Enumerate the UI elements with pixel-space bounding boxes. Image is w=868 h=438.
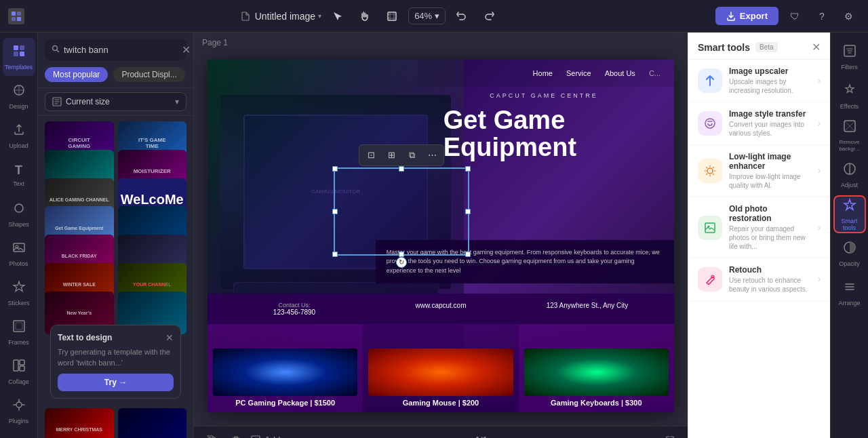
rt-item-adjust[interactable]: Adjust <box>833 156 866 194</box>
handle-bottom-right[interactable] <box>465 252 471 257</box>
canvas-nav: Home Service About Us C... <box>418 60 674 87</box>
undo-btn[interactable] <box>451 5 473 27</box>
sidebar-label-text: Text <box>13 180 24 187</box>
tool-move-btn[interactable] <box>327 5 349 27</box>
shield-btn[interactable]: 🛡 <box>784 5 806 27</box>
panel-title: Smart tools <box>698 42 750 53</box>
smart-tool-photo-restoration[interactable]: Old photo restoration Repair your damage… <box>688 197 830 258</box>
sidebar-item-upload[interactable]: Upload <box>3 117 35 155</box>
ttd-close-btn[interactable]: ✕ <box>165 332 174 343</box>
text-icon: T <box>15 163 22 178</box>
svg-rect-3 <box>17 17 21 21</box>
sidebar-item-design[interactable]: Design <box>3 77 35 115</box>
handle-left-mid[interactable] <box>332 209 338 214</box>
canvas-frame[interactable]: GAMING MONITOR Home Service About Us C..… <box>208 60 674 412</box>
sel-tool-grid[interactable]: ⊞ <box>382 147 401 163</box>
svg-rect-14 <box>16 323 22 330</box>
svg-rect-8 <box>20 52 24 56</box>
svg-point-27 <box>707 168 713 174</box>
sidebar-label-collage: Collage <box>8 378 29 385</box>
left-sidebar: Templates Design Upload T Text Shapes <box>0 33 38 438</box>
ttd-try-btn[interactable]: Try → <box>58 374 174 391</box>
smart-tools-indicator: ← <box>865 212 868 226</box>
add-page-btn[interactable]: Add page <box>251 435 302 438</box>
current-size-btn[interactable]: Current size ▾ <box>45 92 186 111</box>
handle-right-mid[interactable] <box>465 209 471 214</box>
filter-tab-product[interactable]: Product Displ... <box>113 67 184 82</box>
help-btn[interactable]: ? <box>811 5 833 27</box>
rt-item-arrange[interactable]: Arrange <box>833 274 866 312</box>
rotate-handle[interactable]: ↻ <box>396 257 407 268</box>
sidebar-item-collage[interactable]: Collage <box>3 353 35 391</box>
rt-item-effects[interactable]: Effects <box>833 77 866 115</box>
template-item[interactable] <box>118 408 187 438</box>
low-light-icon <box>698 159 722 183</box>
handle-bottom-mid[interactable] <box>399 252 404 257</box>
fullscreen-btn[interactable] <box>660 431 679 439</box>
export-btn[interactable]: Export <box>715 7 778 25</box>
shapes-icon <box>12 201 26 218</box>
rt-item-smart-tools[interactable]: Smarttools ← <box>833 195 866 233</box>
remove-bg-icon <box>843 119 856 136</box>
current-size-chevron: ▾ <box>175 97 179 106</box>
sel-tool-more[interactable]: ⋯ <box>422 147 441 163</box>
product-label-pc: PC Gaming Package | $1500 <box>213 399 357 407</box>
sidebar-item-templates[interactable]: Templates <box>3 38 35 76</box>
tool-hand-btn[interactable] <box>354 5 376 27</box>
sel-tool-copy[interactable]: ⧉ <box>402 147 421 163</box>
smart-tool-style-transfer[interactable]: Image style transfer Convert your images… <box>688 102 830 145</box>
panel-close-btn[interactable]: ✕ <box>812 41 821 54</box>
sidebar-label-templates: Templates <box>5 64 33 71</box>
canvas-content[interactable]: GAMING MONITOR Home Service About Us C..… <box>194 33 688 426</box>
handle-top-mid[interactable] <box>399 166 404 172</box>
redo-btn[interactable] <box>478 5 500 27</box>
sidebar-item-text[interactable]: T Text <box>3 156 35 194</box>
smart-tool-retouch[interactable]: Retouch Use retouch to enhance beauty in… <box>688 258 830 301</box>
smart-tool-low-light[interactable]: Low-light image enhancer Improve low-lig… <box>688 145 830 197</box>
tool-frame-btn[interactable] <box>381 5 403 27</box>
photo-restoration-arrow: › <box>818 223 821 233</box>
sidebar-item-photos[interactable]: Photos <box>3 235 35 273</box>
svg-rect-16 <box>20 360 24 365</box>
smart-tools-header: Smart tools Beta ✕ <box>688 33 830 60</box>
smart-tool-image-upscaler[interactable]: Image upscaler Upscale images by increas… <box>688 60 830 102</box>
topbar: Untitled image ▾ 64% ▾ Export 🛡 ? ⚙ <box>0 0 868 33</box>
svg-rect-6 <box>20 45 24 50</box>
panel-title-wrap: Smart tools Beta <box>698 42 778 53</box>
rt-item-opacity[interactable]: Opacity <box>833 235 866 273</box>
selection-overlay[interactable]: ⊡ ⊞ ⧉ ⋯ ↻ <box>334 167 469 256</box>
adjust-icon <box>843 162 856 179</box>
pc-image <box>213 349 357 396</box>
copy-page-btn[interactable] <box>202 431 221 439</box>
sidebar-item-plugins[interactable]: Plugins <box>3 392 35 430</box>
handle-top-left[interactable] <box>332 166 338 172</box>
filter-tab-popular[interactable]: Most popular <box>45 67 108 82</box>
rt-item-remove-bg[interactable]: Removebackgr... <box>833 117 866 155</box>
svg-point-29 <box>708 225 710 227</box>
zoom-control[interactable]: 64% ▾ <box>408 7 446 24</box>
handle-bottom-left[interactable] <box>332 252 338 257</box>
sidebar-item-frames[interactable]: Frames <box>3 313 35 351</box>
svg-rect-0 <box>12 12 16 16</box>
design-icon <box>12 83 26 100</box>
product-cards: PC Gaming Package | $1500 Gaming Mouse |… <box>208 324 674 412</box>
sidebar-item-shapes[interactable]: Shapes <box>3 195 35 233</box>
template-item[interactable]: MERRY CHRISTMAS <box>45 408 114 438</box>
search-input[interactable] <box>64 45 178 55</box>
photo-restoration-icon <box>698 216 722 240</box>
rt-item-filters[interactable]: Filters <box>833 38 866 76</box>
style-transfer-icon <box>698 111 722 136</box>
next-page-btn[interactable]: › <box>493 431 512 439</box>
handle-top-right[interactable] <box>465 166 471 172</box>
settings-btn[interactable]: ⚙ <box>838 5 860 27</box>
sel-tool-resize[interactable]: ⊡ <box>361 147 380 163</box>
sidebar-item-stickers[interactable]: Stickers <box>3 274 35 312</box>
selection-toolbar: ⊡ ⊞ ⧉ ⋯ <box>359 144 444 166</box>
page-counter: 1/1 <box>475 435 488 438</box>
prev-page-btn[interactable]: ‹ <box>451 431 470 439</box>
clear-search-btn[interactable]: ✕ <box>182 43 191 56</box>
doc-title-btn[interactable]: Untitled image ▾ <box>240 11 322 22</box>
canvas-area: Page 1 GAMING MONITOR <box>194 33 688 438</box>
delete-page-btn[interactable] <box>226 431 245 439</box>
canvas-bottom-left: Add page <box>202 431 302 439</box>
